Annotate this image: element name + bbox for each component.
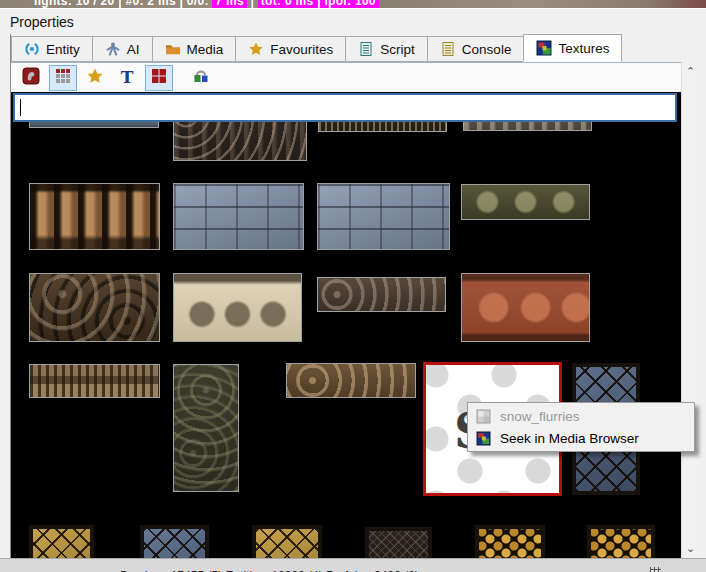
tab-console[interactable]: Console <box>427 36 524 62</box>
favourites-filter-star-icon <box>86 67 104 89</box>
tab-label: Console <box>462 42 512 57</box>
panel-title: Properties <box>10 14 74 30</box>
texture-thumbnail[interactable] <box>29 525 94 558</box>
panel-left-border <box>10 34 11 558</box>
tab-bar: Entity AI Media Favourites Script Consol… <box>11 34 681 62</box>
texture-thumbnail[interactable] <box>29 364 160 398</box>
tab-label: Entity <box>46 42 80 57</box>
texture-thumbnail[interactable] <box>317 183 450 250</box>
debug-stats-text: lights: 10 / 20 | #0: 2 ms | 0/0: 7 ms |… <box>34 0 379 8</box>
texture-thumbnail[interactable] <box>173 273 302 342</box>
texture-thumbnail[interactable] <box>587 525 655 558</box>
grid-snap-icon <box>650 567 661 572</box>
sync-selection-button[interactable] <box>187 65 215 91</box>
tab-media[interactable]: Media <box>152 36 236 62</box>
favourites-star-icon <box>248 41 264 57</box>
texture-thumbnail[interactable] <box>461 273 590 342</box>
text-labels-button[interactable]: T <box>113 65 141 91</box>
texture-thumbnail[interactable] <box>475 525 545 558</box>
favourites-filter-button[interactable] <box>81 65 109 91</box>
text-labels-icon: T <box>121 69 134 86</box>
small-thumbnails-button[interactable] <box>49 65 77 91</box>
vertical-scrollbar[interactable]: ⌃ ⌄ <box>681 62 699 558</box>
texture-browser-toolbar: T <box>11 62 681 92</box>
texture-thumbnail[interactable] <box>317 277 446 312</box>
texture-thumbnail[interactable] <box>140 525 209 558</box>
properties-titlebar: Properties <box>0 8 706 35</box>
menu-item-label: Seek in Media Browser <box>500 431 639 446</box>
viewport-debug-stats-strip: lights: 10 / 20 | #0: 2 ms | 0/0: 7 ms |… <box>0 0 706 8</box>
texture-thumbnail[interactable] <box>365 527 432 558</box>
tab-script[interactable]: Script <box>345 36 427 62</box>
scroll-down-icon[interactable]: ⌄ <box>682 542 699 555</box>
tab-label: AI <box>127 42 140 57</box>
media-browser-mosaic-icon <box>476 431 491 446</box>
texture-thumbnail[interactable] <box>173 364 239 492</box>
ai-person-icon <box>105 41 121 57</box>
tab-label: Textures <box>558 41 609 56</box>
script-document-icon <box>358 41 374 57</box>
texture-thumbnail[interactable] <box>461 184 590 220</box>
status-bar: Brushes: 17455 (5) Entities: 16330 (4) P… <box>0 558 706 572</box>
small-thumbnails-grid-icon <box>54 67 72 89</box>
media-folder-icon <box>165 41 181 57</box>
texture-thumbnail[interactable] <box>286 363 416 398</box>
entity-icon <box>24 41 40 57</box>
text-caret <box>20 99 21 116</box>
material-preview-button[interactable] <box>17 65 45 91</box>
menu-item-seek-in-media-browser[interactable]: Seek in Media Browser <box>468 427 694 449</box>
tab-label: Script <box>380 42 415 57</box>
texture-thumbnail[interactable] <box>252 525 322 558</box>
tab-label: Media <box>187 42 224 57</box>
texture-file-icon <box>476 409 491 424</box>
texture-thumbnail[interactable] <box>29 183 160 250</box>
large-thumbnails-grid-icon <box>150 67 168 89</box>
textures-mosaic-icon <box>536 40 552 56</box>
menu-item-snow-flurries: snow_flurries <box>468 405 694 427</box>
texture-thumbnail[interactable] <box>173 183 304 250</box>
large-thumbnails-button[interactable] <box>145 65 173 91</box>
tab-label: Favourites <box>270 42 333 57</box>
texture-thumbnail[interactable] <box>29 273 160 342</box>
scroll-up-icon[interactable]: ⌃ <box>682 65 699 78</box>
console-document-icon <box>440 41 456 57</box>
texture-context-menu: snow_flurries Seek in Media Browser <box>467 402 695 452</box>
texture-search-input[interactable] <box>13 93 677 122</box>
tab-favourites[interactable]: Favourites <box>235 36 345 62</box>
texture-browser-window: { "debug_bar": { "segments": [ {"text": … <box>0 0 706 572</box>
sync-selection-icon <box>192 67 210 89</box>
tab-ai[interactable]: AI <box>92 36 152 62</box>
tab-entity[interactable]: Entity <box>11 36 92 62</box>
material-preview-icon <box>22 67 40 89</box>
tab-textures[interactable]: Textures <box>523 34 622 62</box>
menu-item-label: snow_flurries <box>500 409 580 424</box>
texture-grid-area: S <box>11 92 681 558</box>
